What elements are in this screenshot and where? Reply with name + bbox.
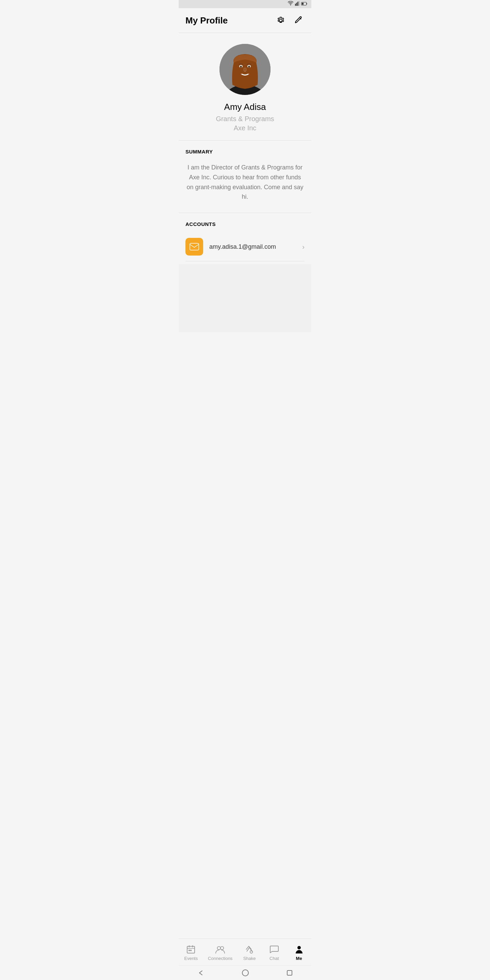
- svg-rect-16: [190, 243, 199, 250]
- header-actions: [275, 14, 305, 27]
- svg-point-14: [240, 66, 242, 68]
- empty-content-area: [179, 264, 311, 332]
- profile-company: Axe Inc: [234, 124, 256, 132]
- header: My Profile: [179, 8, 311, 33]
- account-email-value: amy.adisa.1@gmail.com: [209, 243, 302, 250]
- accounts-section: ACCOUNTS amy.adisa.1@gmail.com ›: [179, 213, 311, 264]
- svg-rect-2: [296, 3, 298, 6]
- svg-point-0: [290, 5, 291, 5]
- svg-rect-6: [302, 3, 304, 5]
- account-email-item[interactable]: amy.adisa.1@gmail.com ›: [185, 232, 305, 261]
- email-icon-container: [185, 238, 203, 256]
- page-title: My Profile: [185, 15, 228, 26]
- summary-section-label: SUMMARY: [185, 149, 305, 154]
- accounts-section-label: ACCOUNTS: [185, 221, 305, 227]
- signal-icon: [295, 1, 300, 7]
- settings-button[interactable]: [275, 14, 287, 27]
- profile-job-title: Grants & Programs: [216, 115, 274, 123]
- pencil-icon: [294, 16, 303, 25]
- profile-name: Amy Adisa: [224, 102, 266, 112]
- edit-button[interactable]: [293, 14, 305, 26]
- svg-rect-3: [298, 2, 298, 6]
- svg-point-15: [248, 66, 250, 68]
- status-icons: [288, 1, 307, 7]
- battery-icon: [301, 1, 307, 7]
- gear-icon: [276, 16, 285, 25]
- summary-section: SUMMARY I am the Director of Grants & Pr…: [179, 140, 311, 213]
- wifi-icon: [288, 1, 294, 7]
- svg-rect-1: [295, 4, 296, 6]
- status-bar: [179, 0, 311, 8]
- avatar: [220, 44, 270, 95]
- account-chevron-icon: ›: [302, 243, 305, 251]
- profile-section: Amy Adisa Grants & Programs Axe Inc: [179, 33, 311, 140]
- email-icon: [189, 243, 199, 250]
- summary-text: I am the Director of Grants & Programs f…: [185, 160, 305, 210]
- svg-rect-4: [299, 1, 300, 6]
